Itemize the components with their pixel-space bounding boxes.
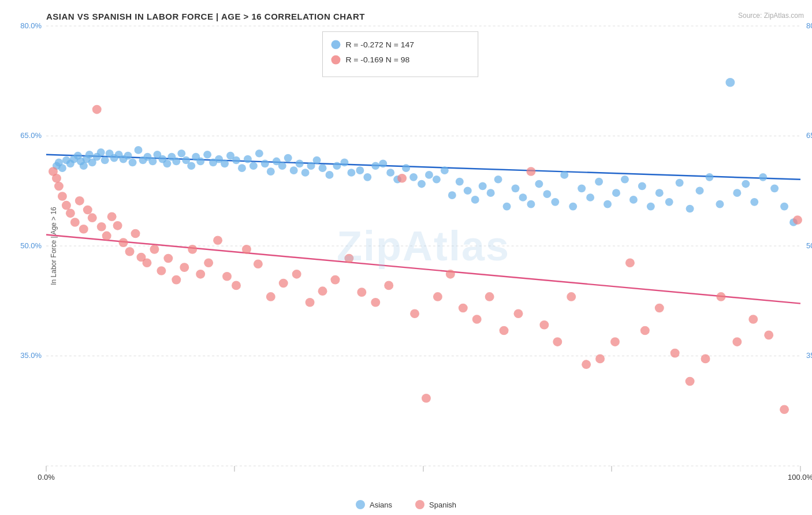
svg-point-126 <box>759 173 767 181</box>
asians-legend-dot <box>356 500 365 509</box>
svg-point-109 <box>604 200 612 208</box>
svg-point-179 <box>459 304 468 313</box>
svg-point-31 <box>97 148 105 156</box>
svg-point-82 <box>386 169 394 177</box>
svg-point-73 <box>319 164 327 172</box>
svg-point-106 <box>578 185 586 193</box>
svg-point-99 <box>519 193 527 201</box>
svg-point-166 <box>292 270 301 279</box>
legend-item-asians: Asians <box>356 500 392 509</box>
svg-point-91 <box>456 178 464 186</box>
svg-point-113 <box>638 182 646 191</box>
svg-point-67 <box>284 154 292 162</box>
svg-point-114 <box>647 203 655 211</box>
svg-point-119 <box>696 186 704 195</box>
svg-point-76 <box>340 159 348 167</box>
svg-point-176 <box>422 394 431 403</box>
svg-point-72 <box>313 156 321 165</box>
svg-point-63 <box>261 160 269 168</box>
svg-point-135 <box>66 209 75 218</box>
svg-point-161 <box>232 281 241 290</box>
spanish-legend-label: Spanish <box>429 501 456 509</box>
svg-point-32 <box>101 156 109 165</box>
svg-text:65.0%: 65.0% <box>20 132 42 140</box>
svg-point-150 <box>142 258 151 267</box>
svg-point-74 <box>326 171 334 179</box>
svg-point-202 <box>793 215 802 225</box>
svg-point-142 <box>97 222 106 232</box>
svg-point-188 <box>582 360 591 369</box>
svg-point-48 <box>177 150 185 158</box>
svg-point-64 <box>267 167 275 176</box>
svg-point-120 <box>706 173 714 181</box>
svg-point-101 <box>535 180 543 188</box>
svg-point-158 <box>204 258 213 267</box>
svg-point-157 <box>196 270 205 279</box>
svg-rect-203 <box>323 32 478 77</box>
svg-point-163 <box>254 259 263 268</box>
svg-text:80.0%: 80.0% <box>806 21 812 30</box>
svg-point-174 <box>397 174 407 183</box>
svg-point-75 <box>333 162 341 170</box>
svg-point-165 <box>279 279 288 288</box>
svg-point-151 <box>150 245 159 254</box>
svg-point-20 <box>58 164 66 172</box>
svg-point-162 <box>242 245 251 254</box>
svg-point-199 <box>748 315 758 324</box>
svg-point-79 <box>363 173 371 181</box>
svg-point-144 <box>107 212 117 221</box>
svg-point-175 <box>410 309 419 318</box>
svg-point-198 <box>732 337 742 346</box>
svg-point-59 <box>238 164 246 172</box>
svg-point-136 <box>70 218 80 227</box>
svg-point-90 <box>448 191 456 199</box>
svg-point-180 <box>472 315 482 324</box>
svg-point-53 <box>203 151 211 159</box>
svg-point-138 <box>79 225 88 234</box>
svg-point-86 <box>418 180 426 188</box>
svg-text:35.0%: 35.0% <box>20 352 42 360</box>
svg-point-125 <box>750 198 758 206</box>
svg-point-37 <box>124 152 132 160</box>
svg-text:50.0%: 50.0% <box>20 241 42 250</box>
svg-point-164 <box>266 292 275 301</box>
svg-point-115 <box>655 189 664 197</box>
svg-point-147 <box>125 247 135 256</box>
svg-point-183 <box>514 309 523 318</box>
svg-point-190 <box>610 337 620 346</box>
svg-point-56 <box>221 160 229 168</box>
svg-point-128 <box>780 203 788 211</box>
svg-point-167 <box>306 298 315 307</box>
svg-point-97 <box>503 203 511 211</box>
spanish-legend-dot <box>415 500 424 509</box>
svg-point-61 <box>249 162 258 170</box>
svg-point-192 <box>640 326 650 335</box>
svg-point-140 <box>88 213 97 222</box>
svg-point-182 <box>500 326 509 335</box>
svg-point-177 <box>433 292 442 301</box>
svg-point-87 <box>425 171 433 179</box>
svg-point-95 <box>487 189 495 197</box>
svg-point-131 <box>52 174 61 183</box>
svg-point-69 <box>296 160 304 168</box>
svg-point-146 <box>119 238 128 247</box>
svg-point-102 <box>543 190 551 198</box>
svg-point-71 <box>307 162 315 170</box>
svg-point-47 <box>172 158 180 166</box>
svg-point-187 <box>567 292 576 301</box>
svg-point-52 <box>196 158 204 166</box>
svg-point-181 <box>485 292 494 301</box>
svg-point-62 <box>255 150 263 158</box>
svg-point-134 <box>62 201 71 210</box>
svg-point-154 <box>172 275 181 285</box>
svg-point-80 <box>371 162 379 170</box>
svg-point-107 <box>586 193 594 201</box>
svg-point-38 <box>129 159 137 167</box>
svg-point-184 <box>526 167 535 176</box>
svg-point-60 <box>244 155 252 163</box>
svg-point-152 <box>157 266 166 275</box>
svg-point-78 <box>356 166 364 174</box>
svg-point-194 <box>671 349 680 358</box>
chart-container: ASIAN VS SPANISH IN LABOR FORCE | AGE > … <box>0 0 812 515</box>
svg-point-100 <box>527 200 535 208</box>
